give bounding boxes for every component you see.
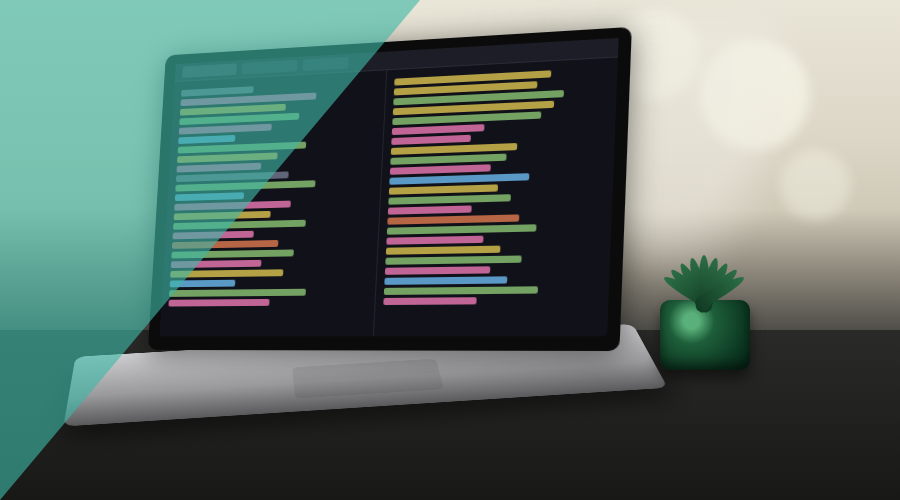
code-line	[384, 266, 490, 275]
code-line	[391, 124, 484, 135]
code-line	[175, 180, 315, 191]
code-line	[383, 297, 476, 305]
code-line	[171, 249, 294, 258]
code-line	[169, 289, 306, 297]
code-line	[179, 124, 272, 135]
code-line	[387, 214, 519, 224]
code-line	[386, 236, 484, 245]
editor-tab	[303, 57, 349, 71]
code-line	[175, 192, 244, 201]
code-line	[388, 184, 498, 194]
editor-tab	[182, 63, 237, 77]
trackpad	[292, 359, 444, 399]
code-line	[170, 269, 283, 277]
code-line	[391, 135, 471, 145]
editor-right-pane	[372, 57, 617, 336]
code-line	[170, 280, 236, 288]
editor-left-pane	[159, 70, 385, 336]
photo-scene	[0, 0, 900, 500]
code-line	[177, 152, 278, 163]
editor-panes	[159, 57, 617, 336]
code-line	[178, 142, 306, 154]
code-line	[386, 224, 536, 234]
code-line	[178, 135, 236, 144]
code-line	[385, 246, 500, 255]
code-line	[383, 286, 537, 295]
code-line	[171, 260, 262, 268]
laptop-lid	[148, 27, 632, 351]
code-line	[384, 276, 508, 285]
code-line	[388, 194, 511, 205]
code-line	[389, 173, 530, 185]
code-line	[174, 211, 271, 220]
code-line	[174, 201, 291, 211]
code-line	[181, 86, 254, 96]
succulent-plant	[650, 250, 760, 370]
code-line	[390, 154, 507, 165]
code-line	[176, 171, 289, 182]
code-line	[176, 163, 261, 173]
code-line	[172, 240, 279, 249]
editor-tab	[242, 60, 298, 75]
code-line	[168, 299, 269, 307]
editor-screen	[159, 38, 618, 337]
code-line	[389, 164, 491, 175]
code-line	[172, 231, 253, 240]
code-line	[385, 255, 522, 264]
code-line	[387, 205, 472, 214]
code-line	[173, 220, 306, 230]
laptop	[80, 40, 640, 470]
